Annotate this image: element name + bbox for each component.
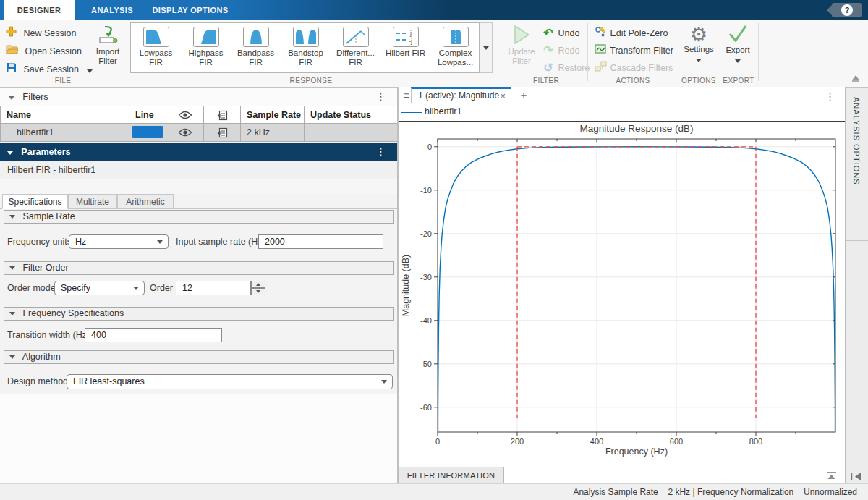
transform-filter-button[interactable]: Transform Filter (593, 43, 673, 59)
edit-pole-zero-button[interactable]: Edit Pole-Zero (593, 25, 668, 41)
frequency-units-select[interactable]: Hz (69, 234, 169, 249)
notes-page-icon (217, 110, 228, 121)
algorithm-section-header[interactable]: Algorithm (4, 350, 394, 364)
svg-text:600: 600 (670, 437, 683, 446)
gallery-label: FIR (131, 58, 181, 67)
close-tab-icon[interactable]: × (500, 90, 506, 103)
response-bandpass-fir[interactable]: Bandpass FIR (231, 23, 281, 72)
filter-name-cell[interactable]: hilbertfir1 (0, 124, 129, 142)
svg-text:800: 800 (749, 437, 762, 446)
new-session-label: New Session (23, 28, 76, 38)
svg-text:j: j (409, 30, 412, 37)
input-sample-rate-label: Input sample rate (Hz) (176, 234, 265, 249)
column-header-info[interactable] (204, 106, 241, 124)
svg-text:-j: -j (409, 38, 412, 45)
new-plot-tab-button[interactable]: + (518, 89, 529, 101)
column-header-update-status[interactable]: Update Status (305, 106, 397, 124)
cascade-filters-label: Cascade Filters (610, 63, 673, 73)
ribbon: New Session Open Session Save Session Im… (0, 20, 868, 88)
save-session-button[interactable]: Save Session (6, 62, 93, 77)
magnitude-plot-tab[interactable]: 1 (active): Magnitude × (411, 87, 511, 103)
filter-info-cell[interactable] (204, 124, 241, 142)
expand-panel-icon[interactable] (825, 471, 838, 480)
tab-analysis[interactable]: ANALYSIS (75, 0, 150, 20)
filters-panel-header[interactable]: Filters ⋮ (0, 88, 397, 106)
filter-information-tab[interactable]: FILTER INFORMATION (399, 467, 504, 483)
open-session-button[interactable]: Open Session (6, 44, 82, 59)
collapse-parameters-icon[interactable] (7, 151, 13, 155)
help-button[interactable]: ? (832, 3, 862, 17)
tab-display-options[interactable]: DISPLAY OPTIONS (150, 0, 231, 20)
magnitude-response-chart[interactable]: 02004006008000-10-20-30-40-50-60Magnitud… (399, 122, 845, 467)
sample-rate-section-header[interactable]: Sample Rate (4, 210, 394, 224)
order-mode-select[interactable]: Specify (54, 281, 145, 295)
plot-menu-icon[interactable]: ⋮ (825, 89, 835, 105)
redo-button[interactable]: ↷ Redo (541, 43, 579, 59)
transition-width-field[interactable] (85, 328, 222, 342)
frequency-specifications-section-header[interactable]: Frequency Specifications (4, 307, 394, 321)
design-method-select[interactable]: FIR least-squares (67, 374, 393, 389)
settings-button[interactable]: ⚙ Settings (680, 25, 718, 64)
export-section-label: EXPORT (723, 77, 754, 85)
tab-multirate[interactable]: Multirate (68, 194, 117, 208)
tab-designer[interactable]: DESIGNER (4, 0, 75, 20)
column-header-visibility[interactable] (166, 106, 204, 124)
cascade-filters-button[interactable]: Cascade Filters (593, 60, 673, 76)
response-lowpass-fir[interactable]: Lowpass FIR (131, 23, 181, 72)
parameters-menu-icon[interactable]: ⋮ (376, 144, 386, 160)
filters-menu-icon[interactable]: ⋮ (376, 89, 386, 105)
stepper-down-button[interactable] (251, 288, 265, 295)
update-filter-button[interactable]: Update Filter (505, 25, 538, 66)
filter-order-section-header[interactable]: Filter Order (4, 261, 394, 275)
collapse-right-panel-icon[interactable] (850, 472, 862, 481)
filter-line-cell[interactable] (129, 124, 166, 142)
column-header-name[interactable]: Name (0, 106, 129, 124)
save-session-chevron-down-icon[interactable] (87, 69, 93, 73)
gallery-label: FIR (231, 58, 281, 67)
undo-button[interactable]: ↶ Undo (541, 25, 579, 41)
response-highpass-fir[interactable]: Highpass FIR (181, 23, 231, 72)
edit-pole-zero-icon (593, 25, 608, 43)
gallery-label: Bandstop (281, 48, 331, 58)
column-header-sample-rate[interactable]: Sample Rate (241, 106, 305, 124)
analysis-options-tab[interactable]: ANALYSIS OPTIONS (846, 88, 868, 241)
response-complex-lowpass[interactable]: Complex Lowpas... (430, 23, 480, 72)
response-hilbert-fir[interactable]: j-j Hilbert FIR (380, 23, 430, 72)
parameters-panel-header[interactable]: Parameters ⋮ (0, 143, 397, 161)
gallery-expand-button[interactable] (480, 22, 493, 73)
chevron-down-icon (483, 46, 489, 50)
input-sample-rate-field[interactable] (258, 234, 383, 249)
export-button[interactable]: Export (720, 25, 755, 65)
save-session-label: Save Session (23, 64, 78, 75)
order-field[interactable] (176, 281, 251, 295)
svg-text:-50: -50 (420, 360, 432, 368)
new-session-button[interactable]: New Session (6, 26, 76, 41)
tab-specifications[interactable]: Specifications (2, 194, 68, 209)
collapse-filters-icon[interactable] (9, 96, 14, 100)
filter-order-header-label: Filter Order (22, 263, 68, 273)
highpass-icon (193, 27, 219, 47)
import-filter-label-2: Filter (91, 56, 124, 66)
filter-visibility-cell[interactable] (166, 124, 204, 142)
eye-icon (178, 111, 192, 119)
collapse-ribbon-button[interactable] (851, 74, 861, 82)
export-label: Export (720, 46, 755, 55)
app-tab-strip: DESIGNER ANALYSIS DISPLAY OPTIONS ? (0, 0, 868, 20)
parameters-tab-bar: Specifications Multirate Arithmetic (0, 194, 397, 209)
sample-rate-header-label: Sample Rate (22, 211, 75, 221)
line-color-swatch[interactable] (132, 126, 163, 138)
svg-text:-40: -40 (420, 316, 432, 325)
order-label: Order (150, 281, 173, 295)
restore-button[interactable]: ↺ Restore (541, 60, 590, 76)
tab-arithmetic[interactable]: Arithmetic (117, 194, 174, 208)
parameters-panel-title: Parameters (21, 147, 70, 157)
response-bandstop-fir[interactable]: Bandstop FIR (281, 23, 331, 72)
column-header-line[interactable]: Line (129, 106, 166, 124)
filter-information-bar: FILTER INFORMATION (399, 467, 845, 483)
redo-icon: ↷ (541, 43, 556, 59)
import-filter-button[interactable]: Import Filter (91, 26, 124, 66)
settings-chevron-down-icon (696, 59, 702, 62)
stepper-up-button[interactable] (251, 281, 265, 288)
gallery-label: FIR (281, 58, 331, 67)
response-differentiator-fir[interactable]: Different... FIR (331, 23, 380, 72)
